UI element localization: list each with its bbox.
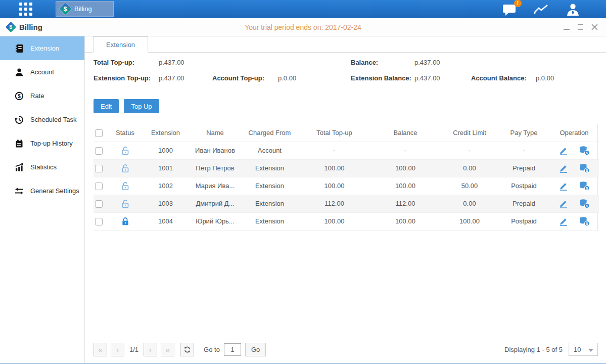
sidebar-item-label: Top-up History bbox=[30, 140, 73, 147]
row-topup-icon[interactable]: $ bbox=[579, 199, 590, 209]
row-edit-icon[interactable] bbox=[558, 146, 569, 156]
table-row[interactable]: 1004 Юрий Юрь... Extension 100.00 100.00… bbox=[94, 212, 599, 230]
unlocked-icon bbox=[120, 163, 130, 173]
sidebar-item-general-settings[interactable]: General Settings bbox=[0, 179, 84, 203]
tab-bar: Extension bbox=[85, 36, 606, 53]
cell-credit-limit: 0.00 bbox=[441, 195, 498, 212]
minimize-button[interactable] bbox=[564, 25, 570, 30]
sidebar-item-account[interactable]: Account bbox=[0, 60, 84, 84]
table-row[interactable]: 1000 Иван Иванов Account - - - - $ bbox=[94, 142, 599, 159]
cell-pay-type: Prepaid bbox=[498, 159, 549, 177]
sidebar-item-topup-history[interactable]: Top-up History bbox=[0, 131, 84, 155]
messages-icon[interactable]: ! bbox=[502, 3, 517, 16]
row-topup-icon[interactable]: $ bbox=[579, 216, 590, 226]
cell-total-topup: - bbox=[299, 142, 370, 159]
general-settings-sliders-icon bbox=[15, 187, 24, 196]
status-cell bbox=[109, 195, 142, 212]
edit-button[interactable]: Edit bbox=[94, 99, 119, 113]
status-cell bbox=[109, 142, 142, 159]
sidebar-item-label: General Settings bbox=[30, 187, 79, 195]
select-all-checkbox[interactable] bbox=[95, 129, 103, 137]
goto-page-input[interactable] bbox=[224, 343, 241, 356]
account-topup-label: Account Top-up: bbox=[212, 74, 264, 82]
row-edit-icon[interactable] bbox=[558, 199, 569, 209]
next-page-button[interactable]: › bbox=[144, 343, 157, 356]
close-button[interactable] bbox=[591, 24, 598, 30]
row-edit-icon[interactable] bbox=[558, 181, 569, 191]
extension-topup-value: p.437.00 bbox=[159, 74, 184, 82]
sidebar-item-statistics[interactable]: Statistics bbox=[0, 155, 84, 179]
unlocked-icon bbox=[120, 181, 130, 191]
cell-total-topup: 100.00 bbox=[299, 177, 370, 195]
row-topup-icon[interactable]: $ bbox=[579, 181, 590, 191]
cell-name: Иван Иванов bbox=[190, 142, 241, 159]
extension-balance-label: Extension Balance: bbox=[351, 74, 411, 82]
row-checkbox[interactable] bbox=[95, 218, 103, 225]
user-account-icon[interactable] bbox=[566, 3, 580, 16]
extension-topup-label: Extension Top-up: bbox=[94, 74, 151, 82]
last-page-button[interactable]: » bbox=[161, 343, 174, 356]
maximize-button[interactable] bbox=[578, 24, 583, 30]
cell-name: Петр Петров bbox=[190, 159, 241, 177]
app-launcher-icon[interactable] bbox=[19, 3, 33, 16]
cell-operation: $ bbox=[549, 159, 599, 177]
prev-page-button[interactable]: ‹ bbox=[111, 343, 124, 356]
page-size-select[interactable]: 10 bbox=[569, 343, 598, 356]
refresh-button[interactable] bbox=[180, 343, 194, 356]
sidebar-item-label: Account bbox=[30, 68, 54, 76]
table-row[interactable]: 1001 Петр Петров Extension 100.00 100.00… bbox=[94, 159, 599, 177]
col-header-credit-limit: Credit Limit bbox=[441, 124, 498, 142]
locked-icon bbox=[120, 216, 130, 226]
row-topup-icon[interactable]: $ bbox=[579, 163, 590, 173]
sidebar-item-rate[interactable]: $ Rate bbox=[0, 84, 84, 108]
first-page-button[interactable]: « bbox=[94, 343, 107, 356]
cell-operation: $ bbox=[549, 177, 599, 195]
row-edit-icon[interactable] bbox=[558, 163, 569, 173]
cell-credit-limit: 100.00 bbox=[441, 212, 498, 230]
row-checkbox[interactable] bbox=[95, 165, 103, 172]
row-topup-icon[interactable]: $ bbox=[579, 146, 590, 156]
sidebar-item-extension[interactable]: Extension bbox=[0, 36, 84, 60]
cell-balance: 100.00 bbox=[370, 212, 441, 230]
cell-operation: $ bbox=[549, 212, 599, 230]
toolbar: Edit Top Up bbox=[94, 99, 606, 113]
cell-balance: 100.00 bbox=[370, 177, 441, 195]
cell-charged-from: Extension bbox=[241, 195, 299, 212]
balance-label: Balance: bbox=[351, 59, 378, 66]
window-title-bar: $ Billing Your trial period ends on: 201… bbox=[0, 18, 606, 36]
tab-extension[interactable]: Extension bbox=[93, 36, 148, 53]
table-row[interactable]: 1002 Мария Ива... Extension 100.00 100.0… bbox=[94, 177, 599, 195]
cell-charged-from: Extension bbox=[241, 212, 299, 230]
go-button[interactable]: Go bbox=[245, 343, 266, 356]
cell-charged-from: Extension bbox=[241, 177, 299, 195]
app-tab-billing[interactable]: $ Billing bbox=[56, 1, 114, 17]
topup-history-notepad-icon bbox=[15, 139, 24, 148]
cell-total-topup: 100.00 bbox=[299, 159, 370, 177]
extension-ledger-icon bbox=[15, 44, 24, 53]
cell-pay-type: Prepaid bbox=[498, 195, 549, 212]
topup-button[interactable]: Top Up bbox=[124, 99, 159, 113]
billing-app-window: $ Billing ! $ Billing Your trial period … bbox=[0, 0, 606, 364]
col-header-extension: Extension bbox=[142, 124, 190, 142]
cell-extension: 1003 bbox=[142, 195, 190, 212]
row-checkbox[interactable] bbox=[95, 183, 103, 190]
sidebar-item-scheduled-task[interactable]: Scheduled Task bbox=[0, 108, 84, 131]
window-title-group: $ Billing bbox=[7, 23, 42, 31]
page-size-value: 10 bbox=[574, 346, 581, 353]
table-row[interactable]: 1003 Дмитрий Д... Extension 112.00 112.0… bbox=[94, 195, 599, 212]
cell-total-topup: 112.00 bbox=[299, 195, 370, 212]
cell-name: Юрий Юрь... bbox=[190, 212, 241, 230]
col-header-balance: Balance bbox=[370, 124, 441, 142]
row-checkbox[interactable] bbox=[95, 200, 103, 208]
svg-text:$: $ bbox=[18, 93, 21, 99]
balance-value: p.437.00 bbox=[414, 59, 440, 66]
cell-extension: 1002 bbox=[142, 177, 190, 195]
status-cell bbox=[109, 212, 142, 230]
cell-credit-limit: 0.00 bbox=[441, 159, 498, 177]
row-edit-icon[interactable] bbox=[558, 216, 569, 226]
table-header-row: Status Extension Name Charged From Total… bbox=[94, 124, 599, 142]
total-topup-label: Total Top-up: bbox=[94, 59, 134, 66]
row-checkbox[interactable] bbox=[95, 147, 103, 155]
col-header-status: Status bbox=[109, 124, 142, 142]
reports-chart-icon[interactable] bbox=[534, 4, 549, 15]
